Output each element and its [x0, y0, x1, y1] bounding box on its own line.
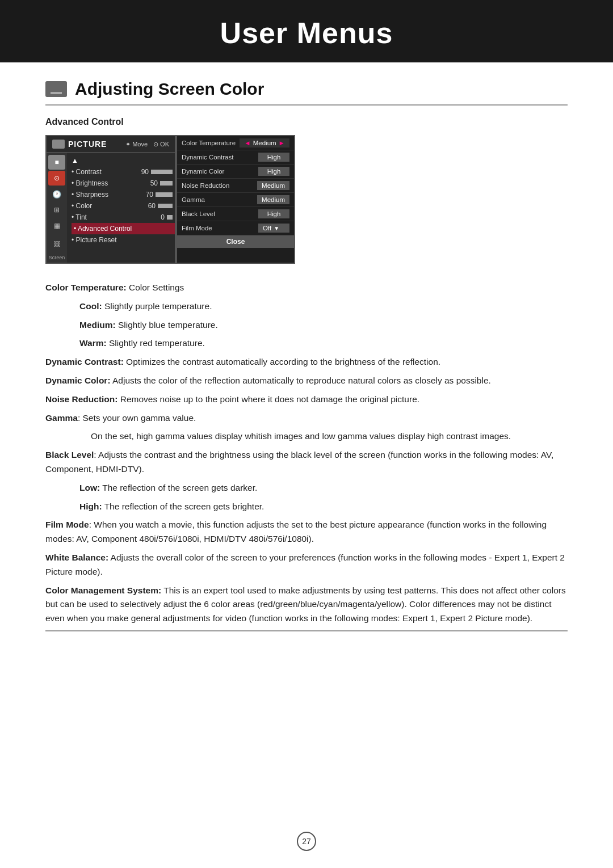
adv-row-noise: Noise Reduction Medium	[177, 179, 294, 193]
sidebar-item-selected: ⊙	[48, 171, 65, 186]
desc-dynamic-contrast: Dynamic Contrast: Optimizes the contrast…	[45, 355, 568, 369]
desc-film-mode: Film Mode: When you watch a movie, this …	[45, 518, 568, 546]
desc-medium: Medium: Slightly blue temperature.	[45, 318, 568, 332]
desc-gamma-detail: On the set, high gamma values display wh…	[45, 429, 568, 444]
desc-high: High: The reflection of the screen gets …	[45, 500, 568, 514]
tv-menu-wrapper: PICTURE ✦ Move ⊙ OK ■ ⊙	[0, 135, 613, 264]
sidebar-item-clock: 🕐	[48, 187, 65, 201]
adv-row-dynamic-color: Dynamic Color High	[177, 165, 294, 179]
sidebar-item-grid: ▦	[48, 218, 65, 233]
right-arrow-icon: ►	[279, 140, 285, 146]
adv-ctrl-label: Advanced Control	[0, 117, 613, 127]
adv-row-dynamic-contrast: Dynamic Contrast High	[177, 150, 294, 165]
desc-warm: Warm: Slightly red temperature.	[45, 336, 568, 351]
tv-menu: PICTURE ✦ Move ⊙ OK ■ ⊙	[45, 135, 295, 264]
page-number: 27	[297, 832, 316, 851]
page-title: User Menus	[0, 16, 613, 50]
desc-black-level: Black Level: Adjusts the contrast and th…	[45, 448, 568, 477]
footer-divider	[45, 630, 568, 631]
menu-item-reset: • Picture Reset	[72, 234, 175, 246]
menu-item-brightness: • Brightness 50	[72, 178, 175, 189]
desc-white-balance: White Balance: Adjusts the overall color…	[45, 551, 568, 579]
picture-icon	[52, 140, 65, 149]
menu-item-sharpness: • Sharpness 70	[72, 189, 175, 200]
nav-move-label: ✦ Move	[125, 141, 148, 148]
nav-ok-label: ⊙ OK	[153, 141, 169, 148]
picture-panel: PICTURE ✦ Move ⊙ OK ■ ⊙	[45, 135, 176, 264]
page-header: User Menus	[0, 0, 613, 62]
desc-low: Low: The reflection of the screen gets d…	[45, 481, 568, 495]
sidebar-item-lock: ⊞	[48, 203, 65, 217]
adv-row-black-level: Black Level High	[177, 207, 294, 221]
pic-sidebar: ■ ⊙ 🕐 ⊞ ▦ 🖼	[47, 153, 67, 263]
adv-close-row: Close	[177, 235, 294, 248]
menu-up-arrow: ▲	[72, 155, 175, 166]
sidebar-item-picture: ■	[48, 155, 65, 170]
adv-row-color-temp: Color Temperature ◄ Medium ►	[177, 136, 294, 150]
page-footer: 27	[0, 832, 613, 851]
adv-row-film-mode: Film Mode Off ▼	[177, 221, 294, 235]
picture-panel-header: PICTURE ✦ Move ⊙ OK	[47, 136, 175, 153]
adv-panel: Color Temperature ◄ Medium ► Dynamic Con…	[176, 135, 295, 264]
section-divider	[45, 104, 568, 106]
main-content: Color Temperature: Color Settings Cool: …	[0, 281, 613, 626]
desc-dynamic-color: Dynamic Color: Adjusts the color of the …	[45, 374, 568, 388]
sidebar-screen-label: Screen	[49, 252, 65, 263]
picture-title: PICTURE	[68, 140, 107, 149]
pic-menu-list: ▲ • Contrast 90 • Brightness 50 • Sharpn…	[67, 153, 175, 263]
desc-gamma: Gamma: Sets your own gamma value.	[45, 411, 568, 425]
section-title: Adjusting Screen Color	[75, 79, 264, 99]
desc-color-mgmt: Color Management System: This is an expe…	[45, 584, 568, 626]
menu-item-contrast: • Contrast 90	[72, 166, 175, 178]
adv-row-gamma: Gamma Medium	[177, 193, 294, 207]
menu-item-advanced: • Advanced Control	[72, 223, 175, 234]
section-title-row: Adjusting Screen Color	[0, 79, 613, 99]
menu-item-tint: • Tint 0	[72, 212, 175, 223]
picture-body: ■ ⊙ 🕐 ⊞ ▦ 🖼	[47, 153, 175, 263]
sidebar-item-image: 🖼	[48, 237, 65, 251]
menu-item-color: • Color 60	[72, 200, 175, 212]
monitor-icon	[45, 81, 67, 97]
desc-cool: Cool: Slightly purple temperature.	[45, 300, 568, 314]
down-arrow-icon: ▼	[274, 225, 279, 231]
desc-noise: Noise Reduction: Removes noise up to the…	[45, 393, 568, 407]
desc-color-temp: Color Temperature: Color Settings	[45, 281, 568, 295]
left-arrow-icon: ◄	[244, 140, 250, 146]
